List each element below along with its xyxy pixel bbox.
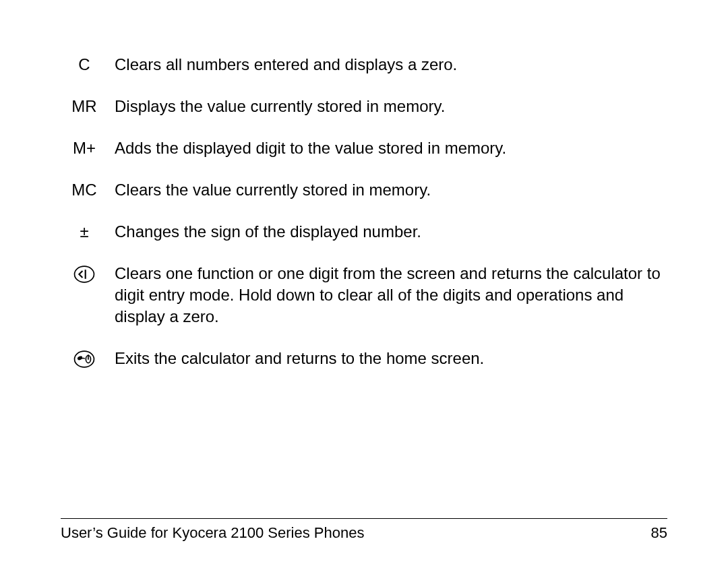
key-icon-cell — [61, 263, 108, 286]
key-description: Adds the displayed digit to the value st… — [108, 137, 667, 159]
key-description: Changes the sign of the displayed number… — [108, 221, 667, 243]
definition-row: Exits the calculator and returns to the … — [61, 348, 667, 371]
definition-row: MC Clears the value currently stored in … — [61, 179, 667, 201]
definition-row: MR Displays the value currently stored i… — [61, 96, 667, 117]
key-description: Exits the calculator and returns to the … — [108, 348, 667, 369]
footer-title: User’s Guide for Kyocera 2100 Series Pho… — [61, 524, 364, 542]
definition-row: M+ Adds the displayed digit to the value… — [61, 137, 667, 159]
end-key-icon — [73, 348, 96, 371]
definition-row: ± Changes the sign of the displayed numb… — [61, 221, 667, 243]
document-page: C Clears all numbers entered and display… — [0, 0, 728, 562]
key-label: M+ — [61, 137, 108, 159]
key-description: Displays the value currently stored in m… — [108, 96, 667, 117]
definition-list: C Clears all numbers entered and display… — [61, 54, 667, 371]
key-label: C — [61, 54, 108, 75]
key-description: Clears one function or one digit from th… — [108, 263, 667, 327]
key-description: Clears the value currently stored in mem… — [108, 179, 667, 201]
key-description: Clears all numbers entered and displays … — [108, 54, 667, 75]
footer-rule — [61, 518, 667, 519]
back-key-icon — [73, 263, 96, 286]
definition-row: C Clears all numbers entered and display… — [61, 54, 667, 75]
definition-row: Clears one function or one digit from th… — [61, 263, 667, 327]
key-label: ± — [61, 221, 108, 243]
key-label: MR — [61, 96, 108, 117]
footer-line: User’s Guide for Kyocera 2100 Series Pho… — [61, 524, 667, 542]
key-icon-cell — [61, 348, 108, 371]
key-label: MC — [61, 179, 108, 201]
svg-point-0 — [75, 266, 94, 282]
page-footer: User’s Guide for Kyocera 2100 Series Pho… — [61, 518, 667, 542]
footer-page-number: 85 — [651, 524, 667, 542]
